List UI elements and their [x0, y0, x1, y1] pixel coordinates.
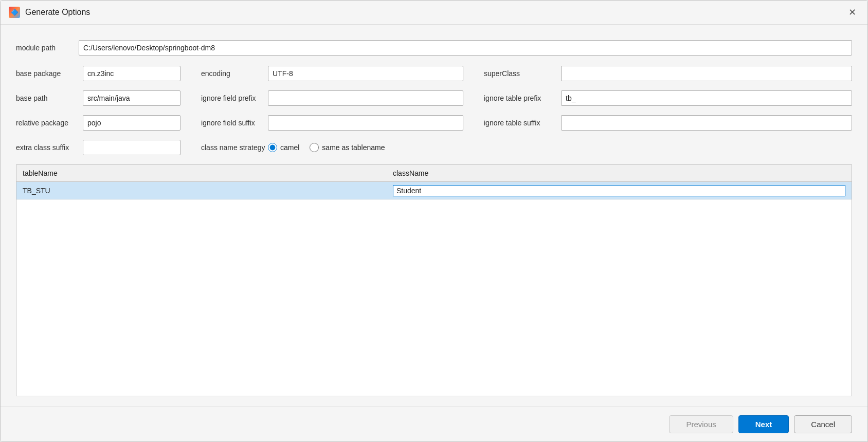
row-relative-package: relative package ignore field suffix ign… — [16, 115, 852, 131]
table-cell-tablename: TB_STU — [23, 187, 393, 195]
row-base-package: base package encoding superClass — [16, 66, 852, 81]
radio-same-input[interactable] — [310, 143, 319, 152]
radio-camel-label: camel — [280, 143, 299, 152]
super-class-label: superClass — [484, 69, 561, 78]
cancel-button[interactable]: Cancel — [794, 415, 852, 433]
radio-same-as-tablename[interactable]: same as tablename — [310, 143, 385, 152]
classname-input[interactable] — [393, 185, 845, 196]
col-classname-header: className — [393, 169, 845, 177]
title-bar-left: 🔷 Generate Options — [9, 7, 90, 18]
radio-same-label: same as tablename — [322, 143, 385, 152]
relative-package-label: relative package — [16, 119, 83, 127]
radio-camel-input[interactable] — [268, 143, 277, 152]
encoding-input[interactable] — [268, 66, 463, 81]
next-button[interactable]: Next — [738, 415, 789, 433]
close-button[interactable]: ✕ — [845, 6, 859, 19]
table-body: TB_STU — [16, 182, 852, 396]
class-name-strategy-group: camel same as tablename — [268, 143, 385, 152]
footer: Previous Next Cancel — [1, 407, 867, 441]
base-path-label: base path — [16, 94, 83, 102]
ignore-table-suffix-input[interactable] — [561, 115, 852, 131]
base-path-input[interactable] — [83, 90, 180, 106]
row-extra-class: extra class suffix class name strategy c… — [16, 140, 852, 155]
table-cell-classname[interactable] — [393, 185, 845, 196]
ignore-table-prefix-label: ignore table prefix — [484, 94, 561, 102]
table-section: tableName className TB_STU — [16, 164, 852, 396]
ignore-field-suffix-input[interactable] — [268, 115, 463, 131]
title-bar: 🔷 Generate Options ✕ — [1, 1, 867, 25]
generate-options-dialog: 🔷 Generate Options ✕ module path base pa… — [0, 0, 868, 442]
dialog-title: Generate Options — [25, 8, 90, 17]
previous-button[interactable]: Previous — [669, 415, 733, 433]
class-name-strategy-label: class name strategy — [201, 143, 268, 152]
extra-class-suffix-input[interactable] — [83, 140, 180, 155]
base-package-label: base package — [16, 69, 83, 78]
module-path-input[interactable] — [79, 40, 852, 56]
row-base-path: base path ignore field prefix ignore tab… — [16, 90, 852, 106]
base-package-input[interactable] — [83, 66, 180, 81]
table-header: tableName className — [16, 165, 852, 182]
ignore-table-prefix-input[interactable] — [561, 90, 852, 106]
module-path-row: module path — [16, 40, 852, 56]
radio-camel[interactable]: camel — [268, 143, 299, 152]
ignore-field-prefix-input[interactable] — [268, 90, 463, 106]
encoding-label: encoding — [201, 69, 268, 78]
col-tablename-header: tableName — [23, 169, 393, 177]
dialog-content: module path base package encoding superC… — [1, 25, 867, 407]
super-class-input[interactable] — [561, 66, 852, 81]
table-row[interactable]: TB_STU — [16, 182, 852, 200]
ignore-field-prefix-label: ignore field prefix — [201, 94, 268, 102]
extra-class-suffix-label: extra class suffix — [16, 143, 83, 152]
ignore-table-suffix-label: ignore table suffix — [484, 119, 561, 127]
relative-package-input[interactable] — [83, 115, 180, 131]
app-icon: 🔷 — [9, 7, 20, 18]
module-path-label: module path — [16, 44, 73, 52]
ignore-field-suffix-label: ignore field suffix — [201, 119, 268, 127]
